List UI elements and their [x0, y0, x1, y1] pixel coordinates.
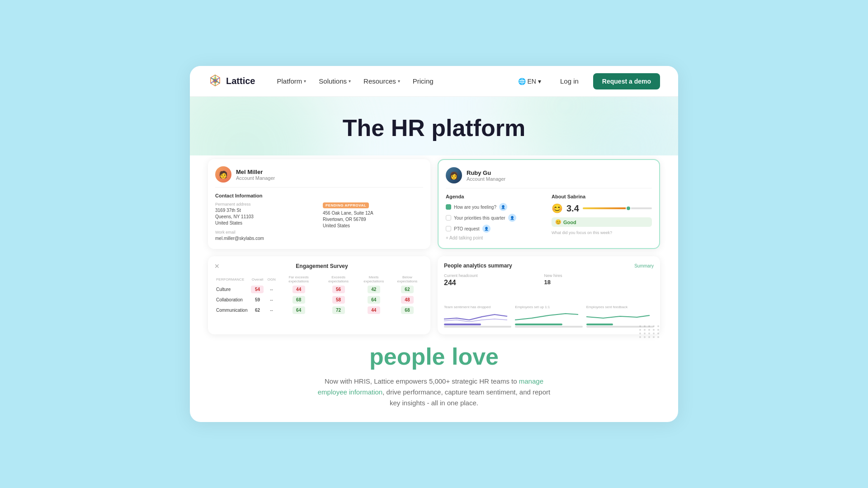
- profile-card-mel: 🧑 Mel Miller Account Manager Contact Inf…: [208, 159, 430, 249]
- logo-area[interactable]: Lattice: [208, 74, 255, 89]
- good-badge: 😊 Good: [552, 217, 652, 227]
- agenda-text-2: Your priorities this quarter: [454, 216, 505, 221]
- rating-number: 3.4: [566, 203, 579, 214]
- score-culture-exc: 56: [320, 284, 357, 295]
- nav-resources[interactable]: Resources ▾: [358, 74, 406, 89]
- score-collab-below: 48: [391, 295, 424, 305]
- mini-avatar-1: 👤: [499, 203, 507, 211]
- contact-label: Contact Information: [215, 193, 423, 198]
- bm-bar-1: [444, 324, 481, 325]
- subtitle-main: Now with HRIS, Lattice empowers 5,000+ s…: [325, 377, 519, 385]
- agenda-item-2: Your priorities this quarter 👤: [446, 214, 546, 222]
- score-culture-overall: 54: [249, 284, 265, 295]
- check-box-2: [446, 215, 451, 221]
- bar-chart: [644, 273, 654, 300]
- score-collab-meets: 64: [357, 295, 391, 305]
- analytics-title: People analytics summary: [444, 263, 512, 269]
- analytics-top: Current headcount 244 New hires 18: [444, 273, 654, 300]
- score-comm-ogn: --: [265, 305, 277, 315]
- mini-line-chart-3: [586, 310, 654, 324]
- agenda-text-1: How are you feeling?: [454, 205, 496, 210]
- bottom-metric-2: Employees set up 1:1: [515, 305, 582, 328]
- summary-button[interactable]: Summary: [634, 263, 654, 268]
- pending-badge: PENDING APPROVAL: [323, 202, 369, 208]
- col-header-overall: Overall: [249, 274, 265, 284]
- lattice-logo-icon: [208, 74, 222, 89]
- col-header-performance: PERFORMANCE: [214, 274, 249, 284]
- avatar-ruby: 👩: [446, 167, 462, 183]
- hero-subtitle: Now with HRIS, Lattice empowers 5,000+ s…: [316, 376, 552, 408]
- row-label-collab: Collaboration: [214, 295, 249, 305]
- nav-platform[interactable]: Platform ▾: [271, 74, 311, 89]
- headcount-metric: Current headcount 244: [444, 273, 537, 300]
- good-emoji: 😊: [555, 219, 561, 225]
- bm-bar-2: [515, 324, 562, 325]
- add-talking-point[interactable]: + Add talking point: [446, 235, 546, 240]
- subtitle-rest: , drive performance, capture team sentim…: [382, 388, 550, 407]
- bm-label-3: Employees sent feedback: [586, 305, 654, 309]
- headcount-label: Current headcount: [444, 273, 537, 278]
- navbar: Lattice Platform ▾ Solutions ▾ Resources…: [190, 66, 678, 97]
- profile-card-ruby: 👩 Ruby Gu Account Manager Agenda How are…: [438, 159, 660, 249]
- address2-line2: Rivertown, OR 56789: [323, 216, 423, 223]
- about-label: About Sabrina: [552, 194, 652, 199]
- rating-row: 😊 3.4: [552, 203, 652, 214]
- survey-row-collab: Collaboration 59 -- 68 58 64 48: [214, 295, 424, 305]
- hero-sub-section: people love Now with HRIS, Lattice empow…: [190, 334, 678, 422]
- ruby-person-info: Ruby Gu Account Manager: [467, 169, 505, 182]
- main-container: Lattice Platform ▾ Solutions ▾ Resources…: [190, 66, 678, 422]
- score-comm-exc: 72: [320, 305, 357, 315]
- score-collab-exc: 58: [320, 295, 357, 305]
- new-hires-label: New hires: [544, 273, 637, 278]
- language-selector[interactable]: 🌐 EN ▾: [514, 75, 546, 88]
- hero-title-line2: people love: [208, 343, 660, 371]
- bm-bar-bg-2: [515, 326, 582, 328]
- ruby-two-col: Agenda How are you feeling? 👤 Your prior…: [446, 194, 652, 240]
- work-email-label: Work email: [215, 230, 316, 235]
- score-culture-meets: 42: [357, 284, 391, 295]
- nav-pricing[interactable]: Pricing: [407, 74, 439, 89]
- address-country: United States: [215, 220, 316, 226]
- rating-emoji: 😊: [552, 203, 563, 214]
- good-label: Good: [563, 220, 576, 225]
- login-button[interactable]: Log in: [553, 74, 586, 89]
- rating-dot: [626, 206, 631, 211]
- request-demo-button[interactable]: Request a demo: [593, 73, 660, 89]
- chevron-down-icon: ▾: [304, 79, 306, 84]
- mini-line-chart-2: [515, 310, 582, 324]
- address-line1: 3169 37th St: [215, 207, 316, 214]
- bm-label-1: Team sentiment has dropped: [444, 305, 511, 309]
- chevron-down-icon: ▾: [398, 79, 400, 84]
- score-collab-ogn: --: [265, 295, 277, 305]
- agenda-item-3: PTO request 👤: [446, 225, 546, 233]
- score-comm-below: 68: [391, 305, 424, 315]
- card-role-ruby: Account Manager: [467, 176, 505, 182]
- address2-line1: 456 Oak Lane, Suite 12A: [323, 210, 423, 216]
- survey-row-culture: Culture 54 -- 44 56 42 62: [214, 284, 424, 295]
- contact-row: Permanent address 3169 37th St Queens, N…: [215, 202, 423, 242]
- bottom-metric-3: Employees sent feedback: [586, 305, 654, 328]
- score-culture-far: 44: [278, 284, 320, 295]
- avatar-mel: 🧑: [215, 166, 231, 183]
- address2-country: United States: [323, 223, 423, 229]
- agenda-item-1: How are you feeling? 👤: [446, 203, 546, 211]
- analytics-card: People analytics summary Summary Current…: [438, 256, 660, 334]
- score-comm-far: 64: [278, 305, 320, 315]
- bm-bar-bg-1: [444, 326, 511, 328]
- hero-title-line1: The HR platform: [208, 115, 660, 142]
- close-icon[interactable]: ✕: [214, 263, 220, 270]
- score-culture-below: 62: [391, 284, 424, 295]
- card-name-mel: Mel Miller: [236, 169, 275, 175]
- agenda-label: Agenda: [446, 194, 546, 199]
- globe-icon: 🌐: [518, 78, 526, 85]
- nav-solutions[interactable]: Solutions ▾: [313, 74, 356, 89]
- rating-fill: [583, 207, 628, 209]
- engagement-survey-card: ✕ Engagement Survey PERFORMANCE Overall …: [208, 256, 430, 334]
- check-box-3: [446, 226, 451, 231]
- check-icon: [446, 204, 451, 210]
- score-collab-far: 68: [278, 295, 320, 305]
- rating-bar: [583, 207, 652, 209]
- contact-section: Contact Information Permanent address 31…: [215, 193, 423, 242]
- contact-col-left: Permanent address 3169 37th St Queens, N…: [215, 202, 316, 242]
- headcount-value: 244: [444, 279, 537, 287]
